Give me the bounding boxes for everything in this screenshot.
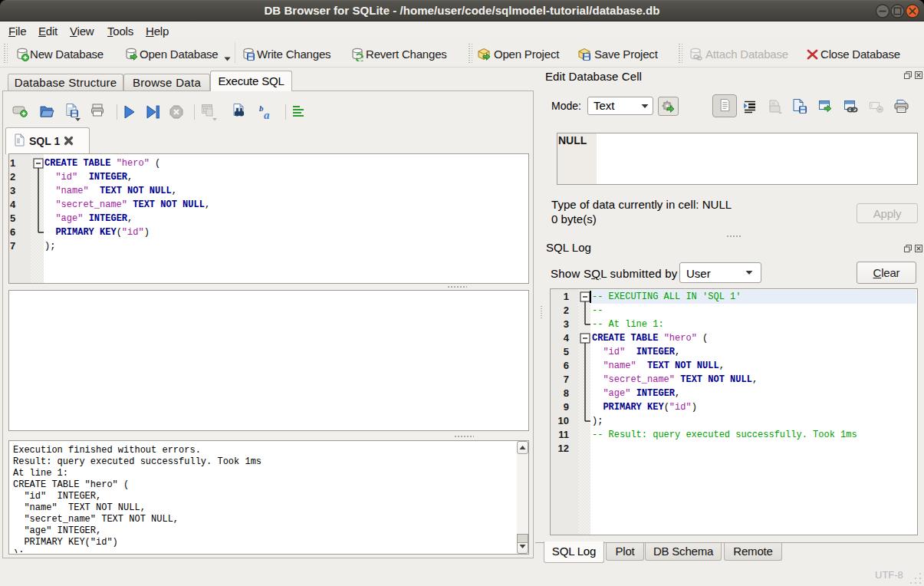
svg-text:a: a: [264, 109, 270, 121]
